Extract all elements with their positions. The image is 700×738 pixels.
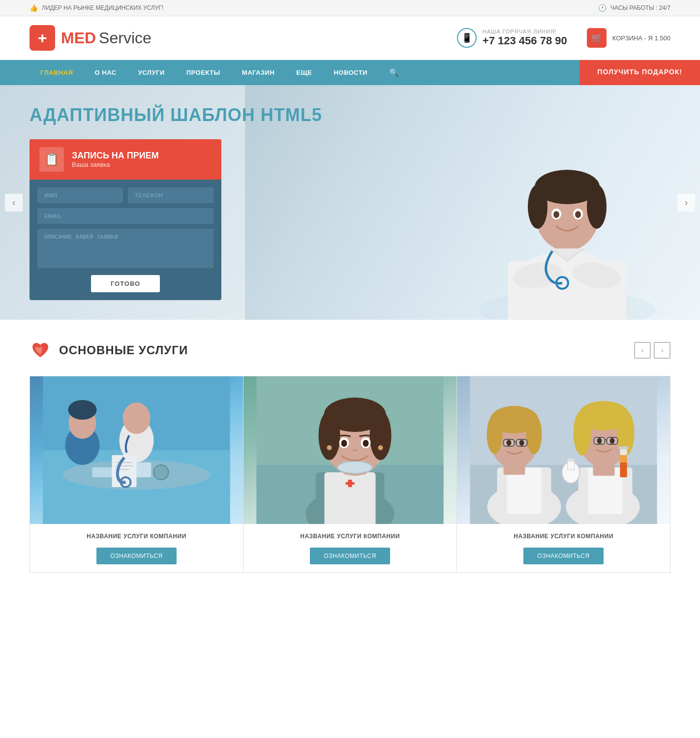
form-submit-button[interactable]: ГОТОВО xyxy=(91,275,160,292)
svg-point-25 xyxy=(123,402,151,434)
service-card-1-title: НАЗВАНИЕ УСЛУГИ КОМПАНИИ xyxy=(40,533,233,540)
svg-rect-37 xyxy=(348,480,352,487)
nav-item-services[interactable]: УСЛУГИ xyxy=(127,61,176,84)
services-nav: ‹ › xyxy=(634,342,670,359)
hero-next-button[interactable]: › xyxy=(677,194,695,212)
top-bar-left: 👍 ЛИДЕР НА РЫНКЕ МЕДИЦИНСКИХ УСЛУГ! xyxy=(30,4,163,12)
top-bar: 👍 ЛИДЕР НА РЫНКЕ МЕДИЦИНСКИХ УСЛУГ! 🕐 ЧА… xyxy=(0,0,700,16)
nav-item-projects[interactable]: ПРОЕКТЫ xyxy=(176,61,231,84)
services-title: ОСНОВНЫЕ УСЛУГИ xyxy=(59,343,188,357)
service-card-1-body: НАЗВАНИЕ УСЛУГИ КОМПАНИИ ОЗНАКОМИТЬСЯ xyxy=(30,524,243,572)
header: MED Service 📱 НАША ГОРЯЧАЯ ЛИНИЯ! +7 123… xyxy=(0,16,700,60)
logo-icon xyxy=(30,25,55,51)
svg-point-44 xyxy=(378,445,383,450)
form-header-sub: Ваша заявка xyxy=(72,161,159,168)
services-section: ОСНОВНЫЕ УСЛУГИ ‹ › xyxy=(0,320,700,583)
hotline-label: НАША ГОРЯЧАЯ ЛИНИЯ! xyxy=(483,29,567,34)
heart-icon xyxy=(30,339,51,361)
cart-icon: 🛒 xyxy=(587,28,607,48)
service-card-3-image xyxy=(457,376,670,524)
logo[interactable]: MED Service xyxy=(30,25,152,51)
svg-point-47 xyxy=(341,440,347,447)
service-card-2-title: НАЗВАНИЕ УСЛУГИ КОМПАНИИ xyxy=(253,533,447,540)
service-cards-container: НАЗВАНИЕ УСЛУГИ КОМПАНИИ ОЗНАКОМИТЬСЯ xyxy=(30,376,670,573)
search-icon[interactable]: 🔍 xyxy=(378,60,410,85)
hero-title: АДАПТИВНЫЙ ШАБЛОН HTML5 xyxy=(30,105,670,125)
nav-cta-button[interactable]: ПОЛУЧИТЬ ПОДАРОК! xyxy=(579,60,700,85)
svg-point-77 xyxy=(610,438,615,444)
logo-text: MED Service xyxy=(61,29,152,47)
form-header: 📋 Запись на прием Ваша заявка xyxy=(30,139,221,180)
svg-rect-81 xyxy=(620,462,627,477)
svg-point-76 xyxy=(597,438,602,444)
service-card-2-image xyxy=(243,376,457,524)
hotline: 📱 НАША ГОРЯЧАЯ ЛИНИЯ! +7 123 456 78 90 xyxy=(457,28,567,48)
form-header-text: Запись на прием Ваша заявка xyxy=(72,151,159,168)
top-bar-left-text: ЛИДЕР НА РЫНКЕ МЕДИЦИНСКИХ УСЛУГ! xyxy=(42,4,163,11)
service-card-3-body: НАЗВАНИЕ УСЛУГИ КОМПАНИИ ОЗНАКОМИТЬСЯ xyxy=(457,524,670,572)
hotline-number: +7 123 456 78 90 xyxy=(483,34,567,47)
top-bar-right-text: ЧАСЫ РАБОТЫ : 24/7 xyxy=(610,4,670,11)
service-card-2: НАЗВАНИЕ УСЛУГИ КОМПАНИИ ОЗНАКОМИТЬСЯ xyxy=(243,376,457,572)
section-title-wrap: ОСНОВНЫЕ УСЛУГИ xyxy=(30,339,188,361)
service-card-1: НАЗВАНИЕ УСЛУГИ КОМПАНИИ ОЗНАКОМИТЬСЯ xyxy=(30,376,243,572)
service-card-2-body: НАЗВАНИЕ УСЛУГИ КОМПАНИИ ОЗНАКОМИТЬСЯ xyxy=(243,524,457,572)
svg-point-42 xyxy=(370,411,392,460)
svg-rect-80 xyxy=(619,446,629,449)
header-right: 📱 НАША ГОРЯЧАЯ ЛИНИЯ! +7 123 456 78 90 🛒… xyxy=(457,28,670,48)
description-input[interactable] xyxy=(37,229,213,268)
svg-point-43 xyxy=(327,445,332,450)
nav-item-news[interactable]: НОВОСТИ xyxy=(323,61,378,84)
form-header-icon: 📋 xyxy=(39,147,64,172)
service-card-3: НАЗВАНИЕ УСЛУГИ КОМПАНИИ ОЗНАКОМИТЬСЯ xyxy=(457,376,670,572)
services-prev-button[interactable]: ‹ xyxy=(634,342,651,359)
svg-point-64 xyxy=(519,440,524,446)
phone-input[interactable] xyxy=(128,187,213,203)
cart[interactable]: 🛒 КОРЗИНА - Я 1.500 xyxy=(587,28,670,48)
svg-point-23 xyxy=(68,400,97,420)
service-card-1-btn[interactable]: ОЗНАКОМИТЬСЯ xyxy=(96,548,176,564)
nav-item-shop[interactable]: МАГАЗИН xyxy=(231,61,286,84)
form-body: ГОТОВО xyxy=(30,180,221,300)
clock-icon: 🕐 xyxy=(598,4,607,12)
nav-item-about[interactable]: О НАС xyxy=(84,61,127,84)
appointment-form: 📋 Запись на прием Ваша заявка ГОТОВО xyxy=(30,139,221,300)
services-next-button[interactable]: › xyxy=(654,342,670,359)
top-bar-right: 🕐 ЧАСЫ РАБОТЫ : 24/7 xyxy=(598,4,670,12)
form-header-title: Запись на прием xyxy=(72,151,159,161)
section-header: ОСНОВНЫЕ УСЛУГИ ‹ › xyxy=(30,339,670,361)
nav-items: ГЛАВНАЯ О НАС УСЛУГИ ПРОЕКТЫ МАГАЗИН ЕЩЕ… xyxy=(0,60,579,85)
svg-point-58 xyxy=(487,415,503,454)
hero-content: АДАПТИВНЫЙ ШАБЛОН HTML5 📋 Запись на прие… xyxy=(0,85,700,320)
service-card-3-btn[interactable]: ОЗНАКОМИТЬСЯ xyxy=(523,548,603,564)
svg-point-20 xyxy=(154,465,169,480)
service-card-1-image xyxy=(30,376,243,524)
hotline-text: НАША ГОРЯЧАЯ ЛИНИЯ! +7 123 456 78 90 xyxy=(483,29,567,47)
nav-item-home[interactable]: ГЛАВНАЯ xyxy=(30,61,84,84)
name-input[interactable] xyxy=(37,187,123,203)
email-input[interactable] xyxy=(37,208,213,224)
service-card-2-btn[interactable]: ОЗНАКОМИТЬСЯ xyxy=(310,548,390,564)
hero-section: ‹ › АДАПТИВНЫЙ ШАБЛОН HTML5 📋 Запись на … xyxy=(0,85,700,320)
logo-med: MED xyxy=(61,29,96,47)
svg-point-49 xyxy=(338,461,372,473)
svg-point-63 xyxy=(507,440,512,446)
form-row-name-phone xyxy=(37,187,213,203)
nav-item-more[interactable]: ЕЩЕ xyxy=(285,61,323,84)
svg-point-48 xyxy=(363,440,369,447)
service-card-3-title: НАЗВАНИЕ УСЛУГИ КОМПАНИИ xyxy=(467,533,660,540)
svg-point-84 xyxy=(568,458,575,462)
logo-service: Service xyxy=(99,29,152,47)
svg-point-71 xyxy=(574,410,591,456)
thumbs-up-icon: 👍 xyxy=(30,4,38,12)
hero-prev-button[interactable]: ‹ xyxy=(5,194,23,212)
cart-text: КОРЗИНА - Я 1.500 xyxy=(612,34,670,42)
svg-point-59 xyxy=(526,415,542,454)
svg-point-41 xyxy=(319,411,340,460)
navigation: ГЛАВНАЯ О НАС УСЛУГИ ПРОЕКТЫ МАГАЗИН ЕЩЕ… xyxy=(0,60,700,85)
phone-icon: 📱 xyxy=(457,28,477,48)
